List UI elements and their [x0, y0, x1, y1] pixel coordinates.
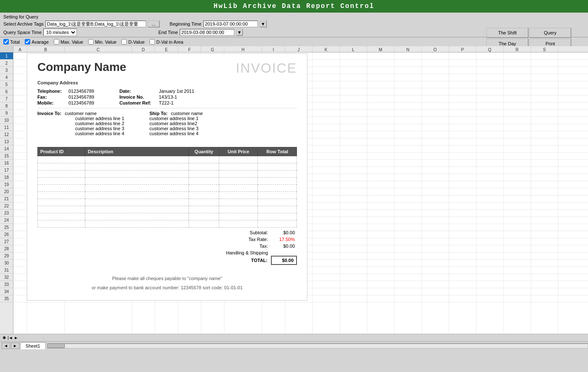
- subtotal-value: $0.00: [271, 229, 297, 236]
- col-header-p[interactable]: P: [449, 46, 476, 52]
- col-header-e[interactable]: E: [155, 46, 178, 52]
- col-header-m[interactable]: M: [367, 46, 394, 52]
- col-header-k[interactable]: K: [312, 46, 340, 52]
- row-num-20[interactable]: 20: [0, 188, 13, 195]
- total-checkbox-label[interactable]: Total: [3, 39, 20, 45]
- col-header-c[interactable]: C: [65, 46, 132, 52]
- row-num-18[interactable]: 18: [0, 174, 13, 181]
- row-num-15[interactable]: 15: [0, 152, 13, 160]
- invoice-to-address: customer address line 1 customer address…: [75, 116, 124, 136]
- col-header-f[interactable]: F: [178, 46, 201, 52]
- row-num-28[interactable]: 28: [0, 245, 13, 252]
- col-header-b[interactable]: B: [27, 46, 65, 52]
- col-header-j[interactable]: J: [285, 46, 312, 52]
- col-header-d[interactable]: D: [132, 46, 155, 52]
- beginning-time-dropdown[interactable]: ▼: [260, 21, 267, 27]
- shift-button[interactable]: The Shift: [486, 28, 528, 38]
- row-num-6[interactable]: 6: [0, 88, 13, 95]
- max-value-checkbox-label[interactable]: Max. Value: [54, 39, 83, 45]
- date-label: Date:: [119, 89, 157, 94]
- row-num-35[interactable]: 35: [0, 295, 13, 302]
- invoice-addr-1: customer address line 1: [75, 116, 124, 121]
- invoice-to-section: Invoice To: customer name customer addre…: [37, 111, 124, 136]
- row-num-1[interactable]: 1: [0, 52, 13, 60]
- row-num-34[interactable]: 34: [0, 288, 13, 295]
- row-num-3[interactable]: 3: [0, 67, 13, 74]
- col-header-h[interactable]: H: [224, 46, 262, 52]
- telephone-row: Telephone: 0123456789: [37, 89, 94, 94]
- spacer-1: [37, 136, 297, 143]
- table-row: [38, 156, 297, 163]
- row-num-17[interactable]: 17: [0, 167, 13, 174]
- average-checkbox[interactable]: [25, 39, 30, 45]
- row-num-24[interactable]: 24: [0, 217, 13, 224]
- row-num-9[interactable]: 9: [0, 110, 13, 117]
- row-num-2[interactable]: 2: [0, 60, 13, 67]
- invoice-addr-4: customer address line 4: [75, 131, 124, 136]
- fax-label: Fax:: [37, 94, 67, 100]
- row-num-14[interactable]: 14: [0, 145, 13, 152]
- ship-addr-1: customer address line 1: [150, 116, 203, 121]
- col-header-a[interactable]: A: [13, 46, 27, 52]
- mobile-label: Mobile:: [37, 100, 67, 105]
- col-header-o[interactable]: O: [422, 46, 449, 52]
- browse-button[interactable]: ...: [148, 21, 160, 27]
- sheet1-tab[interactable]: Sheet1: [20, 342, 46, 349]
- tag-input[interactable]: [45, 21, 146, 27]
- tab-prev-button[interactable]: ◄: [2, 343, 10, 349]
- query-button[interactable]: Query: [529, 28, 571, 38]
- row-num-29[interactable]: 29: [0, 252, 13, 259]
- col-header-l[interactable]: L: [340, 46, 367, 52]
- d-value-checkbox[interactable]: [121, 39, 127, 45]
- row-num-27[interactable]: 27: [0, 238, 13, 245]
- end-label: End Time: [158, 30, 178, 35]
- col-header-q[interactable]: Q: [476, 46, 504, 52]
- beginning-label: Beginning Time: [170, 21, 202, 26]
- row-num-5[interactable]: 5: [0, 81, 13, 88]
- space-select[interactable]: 10 minutes: [43, 29, 77, 36]
- min-value-checkbox-label[interactable]: Min. Value: [88, 39, 116, 45]
- d-val-area-checkbox[interactable]: [150, 39, 155, 45]
- row-num-8[interactable]: 8: [0, 102, 13, 110]
- beginning-time-input[interactable]: [203, 21, 258, 27]
- query-panel: Setting for Query Select Archive Tags ..…: [0, 13, 588, 37]
- average-checkbox-label[interactable]: Avarage: [25, 39, 49, 45]
- row-num-30[interactable]: 30: [0, 259, 13, 267]
- row-num-19[interactable]: 19: [0, 181, 13, 188]
- row-num-25[interactable]: 25: [0, 224, 13, 231]
- row-num-21[interactable]: 21: [0, 195, 13, 202]
- row-num-31[interactable]: 31: [0, 267, 13, 274]
- col-header-r[interactable]: R: [504, 46, 531, 52]
- invoice-addr-3: customer address line 3: [75, 126, 124, 131]
- max-value-checkbox[interactable]: [54, 39, 59, 45]
- total-checkbox[interactable]: [3, 39, 9, 45]
- date-value: January 1st 2011: [159, 89, 194, 94]
- select-label: Select Archive Tags: [3, 21, 44, 26]
- row-num-32[interactable]: 32: [0, 274, 13, 281]
- d-value-checkbox-label[interactable]: D-Value: [121, 39, 144, 45]
- col-header-n[interactable]: N: [394, 46, 422, 52]
- tab-next-button[interactable]: ►: [11, 343, 19, 349]
- row-num-11[interactable]: 11: [0, 124, 13, 131]
- end-time-input[interactable]: [180, 29, 234, 36]
- col-header-s[interactable]: S: [531, 46, 558, 52]
- col-header-i[interactable]: I: [262, 46, 285, 52]
- row-num-13[interactable]: 13: [0, 138, 13, 145]
- date-row: Date: January 1st 2011: [119, 89, 194, 94]
- customer-ref-value: T222-1: [159, 100, 173, 105]
- row-num-7[interactable]: 7: [0, 95, 13, 102]
- row-num-4[interactable]: 4: [0, 74, 13, 81]
- col-header-g[interactable]: G: [201, 46, 224, 52]
- row-num-16[interactable]: 16: [0, 160, 13, 167]
- h-scrollbar[interactable]: [47, 343, 588, 348]
- row-num-22[interactable]: 22: [0, 202, 13, 210]
- end-time-dropdown[interactable]: ▼: [236, 29, 243, 36]
- h-scrollbar-thumb[interactable]: [48, 344, 65, 348]
- row-num-12[interactable]: 12: [0, 131, 13, 138]
- row-num-26[interactable]: 26: [0, 231, 13, 238]
- row-num-10[interactable]: 10: [0, 117, 13, 124]
- row-num-33[interactable]: 33: [0, 281, 13, 288]
- d-val-area-checkbox-label[interactable]: D-Val in Area: [150, 39, 183, 45]
- row-num-23[interactable]: 23: [0, 210, 13, 217]
- min-value-checkbox[interactable]: [88, 39, 94, 45]
